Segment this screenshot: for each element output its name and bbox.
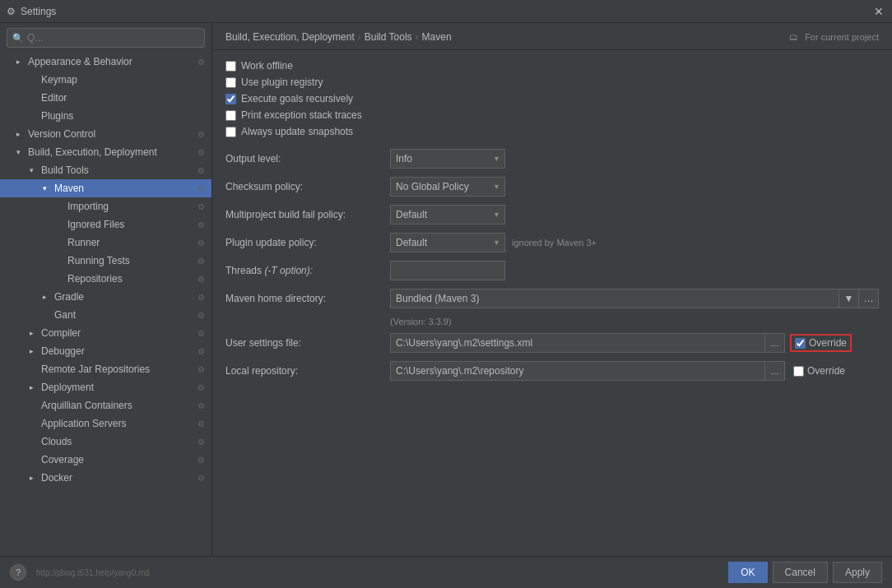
gear-icon: ⚙ — [197, 275, 205, 284]
sidebar-item-arquillian[interactable]: Arquillian Containers ⚙ — [0, 396, 211, 414]
user-settings-input[interactable] — [390, 333, 765, 353]
sidebar-item-build-tools[interactable]: ▾ Build Tools ⚙ — [0, 161, 211, 179]
sidebar-item-running-tests[interactable]: Running Tests ⚙ — [0, 252, 211, 270]
work-offline-checkbox[interactable] — [225, 61, 236, 72]
arrow-icon: ▾ — [30, 166, 38, 174]
close-button[interactable]: ✕ — [872, 5, 885, 18]
gear-icon: ⚙ — [197, 220, 205, 229]
sidebar-item-importing[interactable]: Importing ⚙ — [0, 197, 211, 215]
gear-icon: ⚙ — [197, 383, 205, 392]
sidebar-item-repositories[interactable]: Repositories ⚙ — [0, 270, 211, 288]
sidebar-item-debugger[interactable]: ▸ Debugger ⚙ — [0, 342, 211, 360]
checksum-policy-label: Checksum policy: — [225, 181, 390, 192]
cancel-button[interactable]: Cancel — [773, 562, 828, 583]
local-repo-label: Local repository: — [225, 365, 390, 377]
arrow-icon: ▸ — [16, 58, 25, 66]
user-settings-label: User settings file: — [225, 337, 390, 349]
sidebar-item-label: Plugins — [41, 110, 73, 122]
sidebar-item-label: Gant — [54, 309, 76, 321]
print-exception-checkbox[interactable] — [225, 110, 236, 121]
multiproject-select[interactable]: Default Never Fail Fail At End Fail Fast — [390, 205, 505, 225]
sidebar-item-label: Compiler — [41, 327, 81, 339]
gear-icon: ⚙ — [197, 419, 205, 428]
sidebar: 🔍 ▸ Appearance & Behavior ⚙ Keymap Edito… — [0, 23, 212, 556]
maven-home-dropdown-btn[interactable]: ▼ — [839, 289, 859, 308]
sidebar-item-compiler[interactable]: ▸ Compiler ⚙ — [0, 324, 211, 342]
sidebar-item-plugins[interactable]: Plugins — [0, 107, 211, 125]
local-repo-input[interactable] — [390, 361, 765, 381]
user-settings-override-label: Override — [809, 337, 847, 349]
sidebar-item-remote-jar[interactable]: Remote Jar Repositories ⚙ — [0, 360, 211, 378]
sidebar-item-label: Running Tests — [67, 255, 130, 266]
sidebar-item-docker[interactable]: ▸ Docker ⚙ — [0, 469, 211, 487]
execute-goals-checkbox[interactable] — [225, 94, 236, 104]
use-plugin-registry-checkbox[interactable] — [225, 77, 236, 88]
local-repo-browse-btn[interactable]: … — [765, 361, 785, 381]
breadcrumb-part2: Build Tools — [365, 31, 412, 43]
url-bar: http://pbog.t631.help/yang0.md — [33, 568, 153, 577]
sidebar-item-runner[interactable]: Runner ⚙ — [0, 234, 211, 252]
gear-icon: ⚙ — [197, 438, 205, 447]
help-button[interactable]: ? — [10, 564, 26, 581]
maven-home-label: Maven home directory: — [225, 293, 390, 304]
project-icon: 🗂 — [789, 32, 798, 42]
arrow-icon: ▾ — [43, 184, 51, 192]
user-settings-browse-btn[interactable]: … — [765, 333, 785, 353]
use-plugin-registry-label: Use plugin registry — [241, 76, 323, 88]
breadcrumb: Build, Execution, Deployment › Build Too… — [212, 23, 892, 50]
form-area: Work offline Use plugin registry Execute… — [212, 50, 892, 556]
sidebar-item-label: Build, Execution, Deployment — [28, 146, 157, 158]
always-update-checkbox[interactable] — [225, 127, 236, 137]
arrow-icon: ▸ — [43, 293, 51, 301]
search-input[interactable] — [27, 32, 199, 44]
ok-button[interactable]: OK — [728, 562, 767, 583]
plugin-update-select-wrapper: Default Always Never ▼ — [390, 233, 505, 252]
plugin-update-select[interactable]: Default Always Never — [390, 233, 505, 252]
local-repo-input-group: … — [390, 361, 785, 381]
settings-icon: ⚙ — [7, 6, 16, 17]
sidebar-item-label: Deployment — [41, 382, 94, 393]
execute-goals-label: Execute goals recursively — [241, 93, 353, 104]
sidebar-item-label: Keymap — [41, 74, 77, 86]
sidebar-item-coverage[interactable]: Coverage ⚙ — [0, 451, 211, 469]
checksum-policy-row: Checksum policy: No Global Policy Fail W… — [225, 177, 879, 197]
threads-input[interactable] — [390, 261, 505, 280]
sidebar-item-gant[interactable]: Gant ⚙ — [0, 306, 211, 324]
gear-icon: ⚙ — [197, 311, 205, 320]
for-project-label: For current project — [805, 32, 879, 42]
user-settings-row: User settings file: … Override — [225, 333, 879, 353]
sidebar-item-clouds[interactable]: Clouds ⚙ — [0, 433, 211, 451]
user-settings-override-checkbox[interactable] — [795, 338, 806, 349]
arrow-icon: ▾ — [16, 148, 25, 156]
arrow-icon: ▸ — [30, 329, 38, 337]
multiproject-label: Multiproject build fail policy: — [225, 209, 390, 220]
gear-icon: ⚙ — [197, 365, 205, 374]
checksum-policy-select[interactable]: No Global Policy Fail Warn Ignore — [390, 177, 505, 197]
sidebar-item-label: Importing — [67, 201, 109, 212]
user-settings-input-group: … — [390, 333, 785, 353]
sidebar-item-maven[interactable]: ▾ Maven ⚙ — [0, 179, 211, 197]
arrow-icon: ▸ — [16, 130, 25, 138]
breadcrumb-part1: Build, Execution, Deployment — [225, 31, 355, 43]
sidebar-item-deployment[interactable]: ▸ Deployment ⚙ — [0, 378, 211, 396]
maven-home-browse-btn[interactable]: … — [859, 289, 879, 308]
sidebar-item-version-control[interactable]: ▸ Version Control ⚙ — [0, 125, 211, 143]
gear-icon: ⚙ — [197, 456, 205, 465]
sidebar-item-app-servers[interactable]: Application Servers ⚙ — [0, 414, 211, 433]
sidebar-item-label: Appearance & Behavior — [28, 56, 132, 67]
sidebar-item-keymap[interactable]: Keymap — [0, 71, 211, 89]
sidebar-item-appearance-behavior[interactable]: ▸ Appearance & Behavior ⚙ — [0, 53, 211, 71]
sidebar-item-editor[interactable]: Editor — [0, 89, 211, 107]
sidebar-item-build-execution[interactable]: ▾ Build, Execution, Deployment ⚙ — [0, 143, 211, 161]
print-exception-label: Print exception stack traces — [241, 109, 362, 121]
gear-icon: ⚙ — [197, 58, 205, 67]
maven-home-input[interactable] — [390, 289, 839, 308]
sidebar-item-label: Remote Jar Repositories — [41, 363, 150, 375]
breadcrumb-part3: Maven — [422, 31, 452, 43]
local-repo-override-checkbox[interactable] — [793, 366, 804, 377]
apply-button[interactable]: Apply — [833, 562, 882, 583]
output-level-select[interactable]: Info Debug Verbose — [390, 149, 505, 169]
breadcrumb-sep1: › — [358, 31, 361, 43]
sidebar-item-gradle[interactable]: ▸ Gradle ⚙ — [0, 288, 211, 306]
sidebar-item-ignored-files[interactable]: Ignored Files ⚙ — [0, 215, 211, 234]
